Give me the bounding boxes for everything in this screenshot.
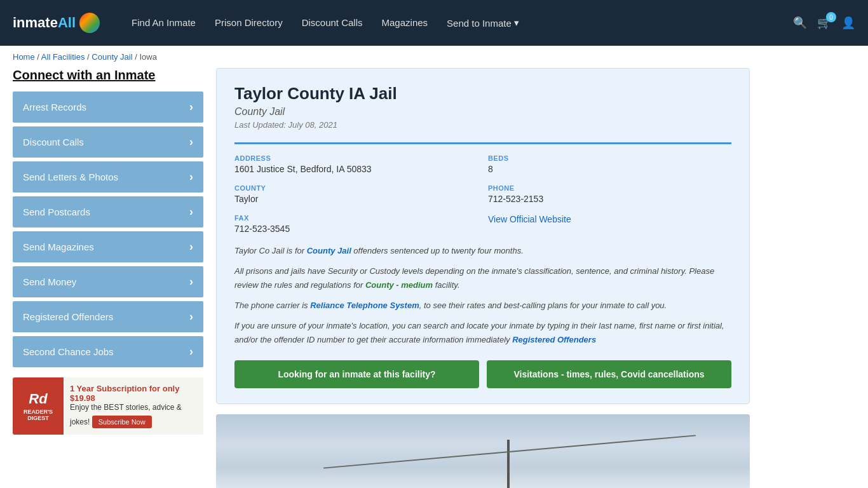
sidebar-item-label: Arrest Records — [23, 102, 86, 112]
visitations-button[interactable]: Visitations - times, rules, Covid cancel… — [487, 360, 731, 388]
nav-prison-directory[interactable]: Prison Directory — [215, 17, 283, 29]
fax-label: FAX — [234, 214, 478, 222]
breadcrumb-home[interactable]: Home — [13, 52, 35, 62]
main-nav: Find An Inmate Prison Directory Discount… — [132, 17, 774, 29]
registered-offenders-link[interactable]: Registered Offenders — [512, 335, 596, 344]
sidebar-item-send-magazines[interactable]: Send Magazines › — [13, 231, 203, 262]
ad-content: 1 Year Subscription for only $19.98 Enjo… — [64, 380, 203, 432]
official-website-link[interactable]: View Official Website — [488, 214, 571, 224]
county-label: COUNTY — [234, 184, 478, 192]
logo-text: inmateAll — [13, 15, 76, 31]
main-container: Connect with an Inmate Arrest Records › … — [0, 68, 763, 488]
sidebar-item-label: Send Money — [23, 276, 76, 287]
sidebar-item-label: Send Magazines — [23, 241, 94, 252]
advertisement-banner: Rd READER'S DIGEST 1 Year Subscription f… — [13, 377, 203, 435]
chevron-right-icon: › — [189, 205, 193, 219]
ad-headline: 1 Year Subscription for only $19.98 — [70, 384, 197, 403]
phone-value: 712-523-2153 — [488, 194, 731, 204]
breadcrumb-all-facilities[interactable]: All Facilities — [41, 52, 85, 62]
description-4: If you are unsure of your inmate's locat… — [234, 319, 731, 347]
action-buttons: Looking for an inmate at this facility? … — [234, 360, 731, 388]
facility-photo — [216, 414, 750, 488]
header-icons: 🔍 🛒 0 👤 — [793, 16, 855, 30]
chevron-right-icon: › — [189, 310, 193, 323]
sidebar-item-send-money[interactable]: Send Money › — [13, 266, 203, 297]
nav-magazines[interactable]: Magazines — [382, 17, 428, 29]
sidebar-item-label: Registered Offenders — [23, 311, 113, 322]
beds-value: 8 — [488, 164, 731, 174]
breadcrumb-county-jail[interactable]: County Jail — [92, 52, 132, 62]
facility-last-updated: Last Updated: July 08, 2021 — [234, 120, 731, 130]
county-medium-link[interactable]: County - medium — [365, 280, 433, 290]
chevron-right-icon: › — [189, 135, 193, 149]
user-icon[interactable]: 👤 — [841, 16, 855, 30]
county-value: Taylor — [234, 194, 478, 204]
sidebar-item-discount-calls[interactable]: Discount Calls › — [13, 126, 203, 158]
sidebar-item-label: Send Letters & Photos — [23, 172, 118, 182]
sidebar-item-arrest-records[interactable]: Arrest Records › — [13, 92, 203, 123]
nav-send-to-inmate[interactable]: Send to Inmate ▾ — [447, 17, 519, 29]
county-jail-link[interactable]: County Jail — [307, 246, 351, 255]
beds-block: BEDS 8 — [488, 154, 731, 174]
sidebar-item-label: Second Chance Jobs — [23, 346, 114, 357]
fax-block: FAX 712-523-3545 — [234, 214, 478, 234]
cart-icon[interactable]: 🛒 0 — [817, 16, 831, 30]
phone-label: PHONE — [488, 184, 731, 192]
chevron-right-icon: › — [189, 100, 193, 114]
ad-logo-text: READER'S DIGEST — [17, 409, 60, 421]
sidebar-title: Connect with an Inmate — [13, 68, 203, 83]
nav-discount-calls[interactable]: Discount Calls — [302, 17, 363, 29]
site-header: inmateAll Find An Inmate Prison Director… — [0, 0, 868, 46]
address-label: ADDRESS — [234, 154, 478, 162]
photo-sky — [216, 414, 750, 488]
nav-find-inmate[interactable]: Find An Inmate — [132, 17, 196, 29]
sidebar-item-label: Discount Calls — [23, 137, 84, 147]
beds-label: BEDS — [488, 154, 731, 162]
ad-subscribe-button[interactable]: Subscribe Now — [92, 416, 152, 428]
photo-pole — [507, 440, 510, 488]
fax-value: 712-523-3545 — [234, 224, 478, 234]
reliance-telephone-link[interactable]: Reliance Telephone System — [310, 301, 419, 310]
breadcrumb: Home / All Facilities / County Jail / Io… — [0, 46, 868, 68]
phone-block: PHONE 712-523-2153 — [488, 184, 731, 204]
chevron-right-icon: › — [189, 240, 193, 254]
description-1: Taylor Co Jail is for County Jail offend… — [234, 244, 731, 258]
facility-name: Taylor County IA Jail — [234, 84, 731, 104]
address-value: 1601 Justice St, Bedford, IA 50833 — [234, 164, 478, 174]
description-3: The phone carrier is Reliance Telephone … — [234, 299, 731, 313]
sidebar-item-registered-offenders[interactable]: Registered Offenders › — [13, 301, 203, 332]
chevron-right-icon: › — [189, 275, 193, 288]
facility-info-grid: ADDRESS 1601 Justice St, Bedford, IA 508… — [234, 142, 731, 234]
breadcrumb-iowa: Iowa — [139, 52, 156, 62]
description-2: All prisons and jails have Security or C… — [234, 264, 731, 292]
chevron-down-icon: ▾ — [514, 17, 519, 29]
cart-badge: 0 — [826, 12, 836, 22]
facility-card: Taylor County IA Jail County Jail Last U… — [216, 68, 750, 404]
county-block: COUNTY Taylor — [234, 184, 478, 204]
sidebar-item-second-chance-jobs[interactable]: Second Chance Jobs › — [13, 336, 203, 367]
sidebar-item-send-letters[interactable]: Send Letters & Photos › — [13, 161, 203, 193]
sidebar-item-send-postcards[interactable]: Send Postcards › — [13, 196, 203, 227]
logo-icon — [79, 13, 100, 33]
ad-logo: Rd READER'S DIGEST — [13, 377, 64, 435]
chevron-right-icon: › — [189, 345, 193, 358]
address-block: ADDRESS 1601 Justice St, Bedford, IA 508… — [234, 154, 478, 174]
site-logo[interactable]: inmateAll — [13, 13, 100, 33]
facility-section: Taylor County IA Jail County Jail Last U… — [216, 68, 750, 488]
sidebar-item-label: Send Postcards — [23, 207, 90, 217]
chevron-right-icon: › — [189, 170, 193, 184]
search-icon[interactable]: 🔍 — [793, 16, 807, 30]
facility-type: County Jail — [234, 106, 731, 118]
find-inmate-button[interactable]: Looking for an inmate at this facility? — [234, 360, 479, 388]
sidebar: Connect with an Inmate Arrest Records › … — [13, 68, 203, 488]
website-block: View Official Website — [488, 214, 731, 234]
